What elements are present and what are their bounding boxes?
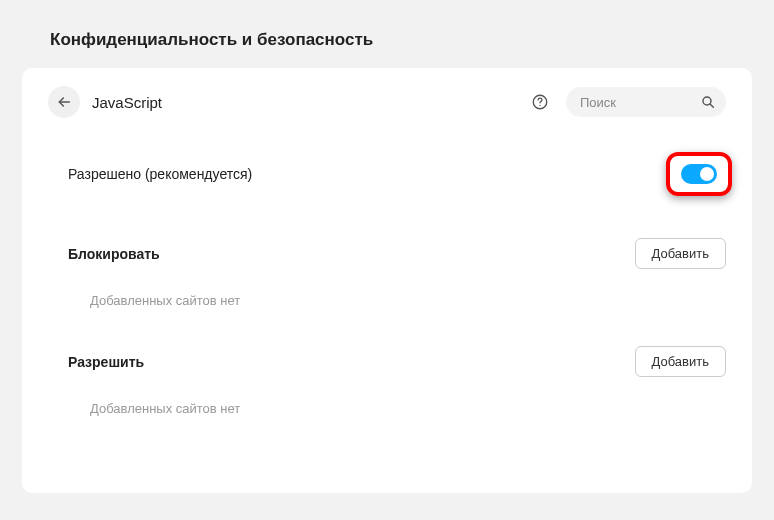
back-button[interactable] xyxy=(48,86,80,118)
help-icon xyxy=(531,93,549,111)
allow-section: Разрешить Добавить Добавленных сайтов не… xyxy=(48,346,726,416)
allow-empty-text: Добавленных сайтов нет xyxy=(90,401,726,416)
arrow-left-icon xyxy=(56,94,72,110)
toggle-knob xyxy=(700,167,714,181)
block-section: Блокировать Добавить Добавленных сайтов … xyxy=(48,238,726,308)
panel-header: JavaScript xyxy=(48,86,726,118)
allow-add-button[interactable]: Добавить xyxy=(635,346,726,377)
page-title: JavaScript xyxy=(92,94,528,111)
allowed-toggle[interactable] xyxy=(681,164,717,184)
allow-section-title: Разрешить xyxy=(68,354,144,370)
highlight-ring xyxy=(666,152,732,196)
help-button[interactable] xyxy=(528,90,552,114)
block-section-title: Блокировать xyxy=(68,246,160,262)
block-add-button[interactable]: Добавить xyxy=(635,238,726,269)
settings-page: Конфиденциальность и безопасность JavaSc… xyxy=(0,0,774,520)
block-section-head: Блокировать Добавить xyxy=(68,238,726,269)
block-empty-text: Добавленных сайтов нет xyxy=(90,293,726,308)
section-title: Конфиденциальность и безопасность xyxy=(50,30,752,50)
allowed-label: Разрешено (рекомендуется) xyxy=(68,166,252,182)
search-input[interactable] xyxy=(566,87,726,117)
allow-section-head: Разрешить Добавить xyxy=(68,346,726,377)
settings-panel: JavaScript Разрешено (рекомендуется) xyxy=(22,68,752,493)
allowed-row: Разрешено (рекомендуется) xyxy=(48,152,726,196)
svg-point-2 xyxy=(539,105,540,106)
search-wrap xyxy=(566,87,726,117)
